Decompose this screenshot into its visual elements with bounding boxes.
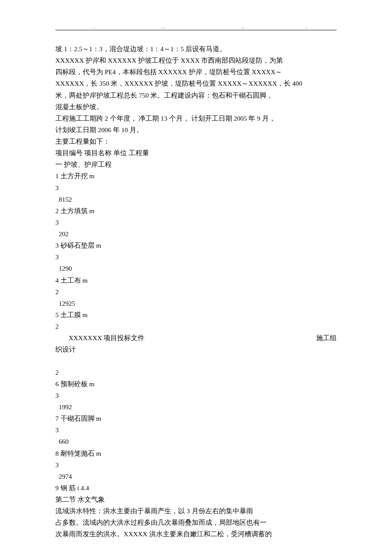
text-line: 3 [55, 459, 337, 471]
text-line: 次暴雨而发生的洪水。XXXXX 洪水主要来自嫩江和二松，受河槽调蓄的 [55, 528, 337, 540]
blank-line [55, 355, 337, 366]
text-line: 2 [55, 321, 337, 332]
text-line: 3 砂砾石垫层 m [55, 240, 337, 251]
text-line: 7 干砌石固脚 m [55, 413, 337, 424]
text-line: XXXXXX，长 350 米，XXXXXX 护坡，堤防桩号位置 XXXXX～XX… [55, 78, 337, 89]
text-line: 5 土工膜 m [55, 309, 337, 321]
text-line: 计划竣工日期 2006 年 10 月。 [55, 124, 337, 136]
text-line: 工程施工工期跨 2 个年度， 净工期 13 个月， 计划开工日期 2005 年 … [55, 113, 337, 124]
text-line: 6 预制砼板 m [55, 378, 337, 390]
text-line: 占多数。流域内的大洪水过程多由几次暴雨叠加而成，局部地区也有一 [55, 517, 337, 528]
text-line: 2 土方填筑 m [55, 205, 337, 217]
header-dot-3: .. [242, 24, 245, 29]
text-line: 米，两处护岸护坡工程总长 750 米。工程建设内容：包石和干砌石固脚， [55, 90, 337, 101]
text-line: 8 耐特笼抛石 m [55, 448, 337, 459]
text-line: 2 [55, 286, 337, 298]
text-line: 2974 [55, 471, 337, 482]
body-content: 坡 1：2.5～1：3，混合堤边坡：1：4～1：5 后设有马道。 XXXXXX … [55, 43, 337, 540]
text-line: 3 [55, 217, 337, 228]
header-dot-4: . [306, 24, 307, 29]
project-title-left: XXXXXXX 项目投标文件 [55, 332, 144, 344]
text-line: 织设计 [55, 344, 337, 355]
header-dot-2: . . [161, 24, 164, 29]
text-line: 3 [55, 424, 337, 436]
text-line: 660 [55, 436, 337, 447]
text-line: 一 护坡、护岸工程 [55, 159, 337, 170]
text-line: 9 钢 筋 t 4.4 [55, 482, 337, 494]
text-line: 流域洪水特性：洪水主要由于暴雨产生，以 3 月份左右的集中暴雨 [55, 505, 337, 517]
text-line: 3 [55, 182, 337, 194]
section-title: 第二节 水文气象 [55, 494, 337, 505]
project-header-row: XXXXXXX 项目投标文件 施工组 [55, 332, 337, 344]
text-line: 1 土方开挖 m [55, 170, 337, 182]
text-line: 主要工程量如下： [55, 136, 337, 147]
document-page: . . . .. . 坡 1：2.5～1：3，混合堤边坡：1：4～1：5 后设有… [0, 0, 392, 555]
text-line: 8152 [55, 194, 337, 205]
text-line: 4 土工布 m [55, 275, 337, 286]
text-line: 坡 1：2.5～1：3，混合堤边坡：1：4～1：5 后设有马道。 [55, 43, 337, 55]
text-line: 1290 [55, 263, 337, 274]
project-title-right: 施工组 [316, 332, 337, 344]
text-line: 1992 [55, 401, 337, 413]
text-line: 混凝土板护坡。 [55, 101, 337, 113]
text-line: 3 [55, 390, 337, 401]
table-header-line: 项目编号 项目名称 单位 工程量 [55, 147, 337, 159]
text-line: 202 [55, 228, 337, 240]
header-dot-1: . [94, 24, 95, 29]
header-rule: . . . .. . [55, 30, 337, 30]
text-line: XXXXXX 护岸和 XXXXXX 护坡工程位于 XXXX 市西南部四站段堤防，… [55, 55, 337, 66]
text-line: 四标段，代号为 PE4，本标段包括 XXXXXX 护岸，堤防桩号位置 XXXXX… [55, 66, 337, 78]
text-line: 2 [55, 367, 337, 378]
text-line: 12925 [55, 298, 337, 309]
text-line: 3 [55, 251, 337, 263]
